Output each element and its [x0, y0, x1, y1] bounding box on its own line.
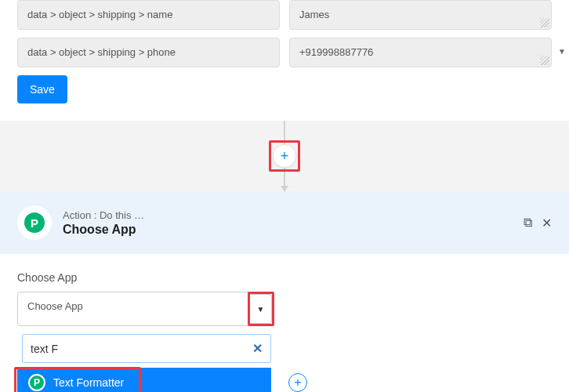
action-label: Action : Do this … [63, 209, 513, 221]
arrow-down-icon [281, 186, 288, 191]
pabbly-icon: P [24, 212, 45, 233]
close-icon[interactable]: ✕ [542, 216, 552, 230]
select-caret-highlight: ▼ [248, 292, 274, 326]
choose-app-select[interactable]: Choose App [17, 292, 248, 326]
action-card: P Action : Do this … Choose App ⧉ ✕ [0, 191, 569, 254]
scroll-down-icon[interactable]: ▼ [558, 47, 566, 55]
side-add-button[interactable]: + [288, 373, 307, 392]
field-value-text: James [299, 9, 329, 20]
field-value-phone[interactable]: +919998887776 [289, 38, 552, 67]
caret-down-icon: ▼ [257, 305, 265, 314]
result-label: Text Formatter [53, 376, 124, 389]
select-placeholder: Choose App [27, 300, 83, 312]
add-step-button[interactable]: + [273, 144, 296, 168]
field-path-phone[interactable]: data > object > shipping > phone [17, 38, 280, 67]
dropdown-result-text-formatter[interactable]: P Text Formatter [17, 368, 271, 392]
copy-icon[interactable]: ⧉ [524, 216, 532, 230]
connector-area: + [0, 121, 569, 191]
field-value-name[interactable]: James [289, 0, 552, 30]
field-row-name: data > object > shipping > name James [17, 0, 552, 30]
app-icon-container: P [17, 205, 52, 240]
choose-app-label: Choose App [17, 271, 552, 284]
top-section: data > object > shipping > name James da… [0, 0, 569, 121]
field-value-text: +919998887776 [299, 46, 373, 58]
action-icons: ⧉ ✕ [524, 216, 552, 230]
action-text: Action : Do this … Choose App [63, 209, 513, 237]
field-path-name[interactable]: data > object > shipping > name [17, 0, 280, 30]
search-dropdown: ✕ P Text Formatter + [17, 334, 292, 392]
save-button[interactable]: Save [17, 75, 67, 103]
action-title: Choose App [63, 223, 513, 237]
choose-app-section: Choose App Choose App ▼ ✕ P Text Formatt… [0, 254, 569, 392]
plus-icon: + [281, 148, 289, 165]
field-path-text: data > object > shipping > phone [27, 46, 176, 58]
clear-search-icon[interactable]: ✕ [252, 341, 263, 356]
select-caret-button[interactable]: ▼ [250, 294, 272, 324]
plus-icon: + [294, 376, 301, 390]
add-step-highlight: + [269, 140, 300, 172]
search-input-box: ✕ [22, 334, 271, 363]
field-row-phone: data > object > shipping > phone +919998… [17, 38, 552, 67]
pabbly-icon: P [28, 374, 45, 391]
resize-grip-icon[interactable] [540, 18, 549, 27]
choose-app-select-row: Choose App ▼ [17, 292, 552, 326]
search-input[interactable] [31, 343, 252, 355]
field-path-text: data > object > shipping > name [27, 9, 172, 20]
resize-grip-icon[interactable] [540, 56, 549, 65]
